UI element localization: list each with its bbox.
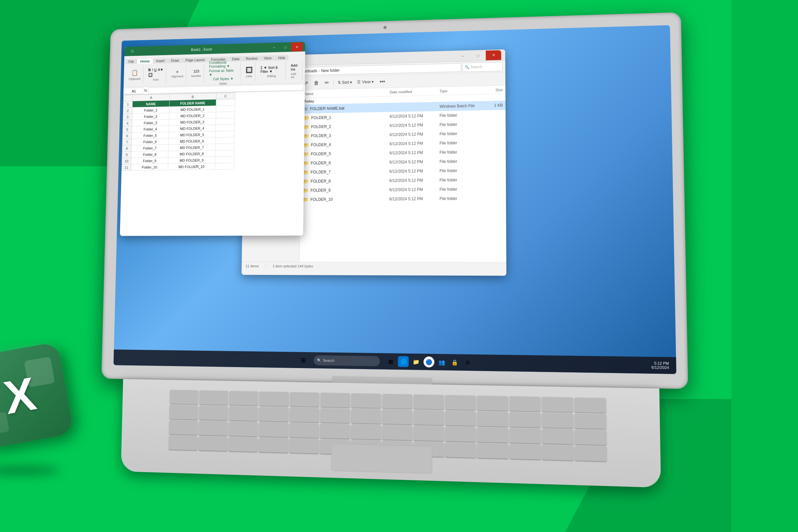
excel-sheet[interactable]: A B C 1NAMEFOLDER NAME2Folder_1MD FOLDER… xyxy=(120,91,305,236)
excel-tab-review[interactable]: Review xyxy=(243,56,260,61)
excel-cell-c[interactable] xyxy=(215,137,234,144)
keyboard-key[interactable] xyxy=(542,413,573,428)
excel-cell-b[interactable]: MD FOLDER_4 xyxy=(169,125,216,132)
excel-cell-b[interactable]: MD FOLDER_6 xyxy=(169,138,215,145)
keyboard-key[interactable] xyxy=(199,421,228,436)
keyboard-key[interactable] xyxy=(259,438,288,453)
excel-cell-c[interactable] xyxy=(215,144,234,150)
keyboard-key[interactable] xyxy=(574,414,606,429)
excel-cell-c[interactable] xyxy=(216,99,235,106)
excel-minimize-btn[interactable]: ─ xyxy=(268,43,280,52)
keyboard-key[interactable] xyxy=(320,424,350,439)
keyboard-key[interactable] xyxy=(542,445,573,460)
excel-tab-help[interactable]: Help xyxy=(275,55,289,60)
excel-tab-draw[interactable]: Draw xyxy=(168,58,182,63)
col-type-header[interactable]: Type xyxy=(440,88,477,93)
col-date-header[interactable]: Date modified xyxy=(390,89,440,94)
taskbar-taskview-btn[interactable]: ▦ xyxy=(385,356,396,367)
excel-cell-a[interactable]: NAME xyxy=(132,100,169,108)
fe-close-btn[interactable]: ✕ xyxy=(486,50,501,60)
taskbar-teams-btn[interactable]: 👥 xyxy=(436,357,447,368)
keyboard-key[interactable] xyxy=(382,425,412,440)
keyboard-key[interactable] xyxy=(574,397,606,413)
keyboard-key[interactable] xyxy=(445,442,476,458)
taskbar-icon5[interactable]: 🔒 xyxy=(449,357,460,368)
taskbar-edge-btn[interactable]: 🌐 xyxy=(398,356,408,367)
file-row[interactable]: 📁 FOLDER_10 6/12/2024 5:12 PM File folde… xyxy=(300,193,506,204)
fe-search-btn[interactable]: 🔍 Search xyxy=(462,62,503,72)
col-c-header[interactable]: C xyxy=(216,93,235,99)
excel-cell-c[interactable] xyxy=(215,131,234,138)
keyboard-key[interactable] xyxy=(414,410,444,425)
keyboard-key[interactable] xyxy=(445,426,476,442)
keyboard-key[interactable] xyxy=(351,424,381,439)
keyboard-key[interactable] xyxy=(509,428,540,443)
taskbar-chrome-btn[interactable]: 🔵 xyxy=(424,357,435,367)
excel-cell-c[interactable] xyxy=(215,157,234,163)
keyboard-key[interactable] xyxy=(509,444,540,459)
fe-minimize-btn[interactable]: ─ xyxy=(455,51,471,61)
keyboard-key[interactable] xyxy=(574,430,607,445)
keyboard-key[interactable] xyxy=(199,406,228,420)
excel-cell-c[interactable] xyxy=(216,106,235,112)
keyboard-key[interactable] xyxy=(351,393,381,408)
keyboard-key[interactable] xyxy=(542,397,573,412)
keyboard-key[interactable] xyxy=(414,394,444,409)
keyboard-key[interactable] xyxy=(320,408,350,423)
keyboard-key[interactable] xyxy=(542,429,573,444)
excel-close-btn[interactable]: ✕ xyxy=(291,42,303,52)
keyboard-key[interactable] xyxy=(445,411,476,426)
excel-cell-c[interactable] xyxy=(215,125,234,131)
keyboard-key[interactable] xyxy=(382,394,412,408)
keyboard-key[interactable] xyxy=(382,409,412,424)
excel-cell-a[interactable]: Folder_5 xyxy=(132,132,169,139)
col-a-header[interactable]: A xyxy=(133,94,170,101)
keyboard-key[interactable] xyxy=(228,437,258,452)
keyboard-key[interactable] xyxy=(477,411,508,426)
excel-cell-b[interactable]: MD FOLDER_10 xyxy=(168,163,215,170)
keyboard-key[interactable] xyxy=(477,443,508,458)
col-size-header[interactable]: Size xyxy=(477,88,503,92)
excel-tab-insert[interactable]: Insert xyxy=(153,58,168,63)
fe-more-btn[interactable]: ••• xyxy=(377,76,388,87)
fe-maximize-btn[interactable]: □ xyxy=(471,51,486,61)
keyboard-key[interactable] xyxy=(509,396,540,412)
col-name-header[interactable]: Name xyxy=(304,90,390,96)
keyboard-key[interactable] xyxy=(259,391,289,406)
keyboard-key[interactable] xyxy=(229,422,258,436)
keyboard-key[interactable] xyxy=(445,395,476,410)
excel-cell-a[interactable]: Folder_10 xyxy=(131,164,168,170)
keyboard-key[interactable] xyxy=(259,422,288,437)
excel-cell-a[interactable]: Folder_1 xyxy=(132,107,170,114)
keyboard-key[interactable] xyxy=(290,407,319,422)
excel-cell-b[interactable]: MD FOLDER_3 xyxy=(169,118,216,125)
excel-cell-b[interactable]: MD FOLDER_1 xyxy=(169,106,216,113)
keyboard-key[interactable] xyxy=(198,436,227,451)
taskbar-fileexplorer-btn[interactable]: 📁 xyxy=(411,356,422,367)
fe-delete-btn[interactable]: 🗑 xyxy=(311,78,322,88)
keyboard-key[interactable] xyxy=(200,391,228,405)
cell-reference[interactable]: A1 xyxy=(125,88,143,94)
fe-view-btn[interactable]: ☰ View ▾ xyxy=(355,77,376,87)
excel-cell-a[interactable]: Folder_7 xyxy=(131,145,169,152)
excel-cell-a[interactable]: Folder_3 xyxy=(132,119,169,126)
keyboard-key[interactable] xyxy=(229,406,258,421)
taskbar-windows-btn[interactable]: ⊞ xyxy=(298,355,308,366)
keyboard-key[interactable] xyxy=(169,436,197,450)
excel-cell-a[interactable]: Folder_6 xyxy=(131,138,169,145)
excel-cell-c[interactable] xyxy=(216,118,235,125)
excel-tab-pagelayout[interactable]: Page Layout xyxy=(182,57,208,63)
excel-tab-home[interactable]: Home xyxy=(137,58,153,64)
keyboard-key[interactable] xyxy=(169,420,198,435)
keyboard-key[interactable] xyxy=(477,427,508,442)
keyboard-key[interactable] xyxy=(289,439,319,454)
excel-maximize-btn[interactable]: □ xyxy=(280,42,291,52)
keyboard-key[interactable] xyxy=(477,396,508,411)
keyboard-key[interactable] xyxy=(320,393,350,407)
excel-cell-b[interactable]: MD FOLDER_9 xyxy=(168,157,215,164)
excel-cell-b[interactable]: MD FOLDER_2 xyxy=(169,112,216,119)
excel-cell-a[interactable]: Folder_4 xyxy=(132,126,169,133)
excel-cell-c[interactable] xyxy=(215,163,234,170)
excel-tab-view[interactable]: View xyxy=(261,56,274,61)
fe-sort-btn[interactable]: ⇅ Sort ▾ xyxy=(336,79,354,86)
